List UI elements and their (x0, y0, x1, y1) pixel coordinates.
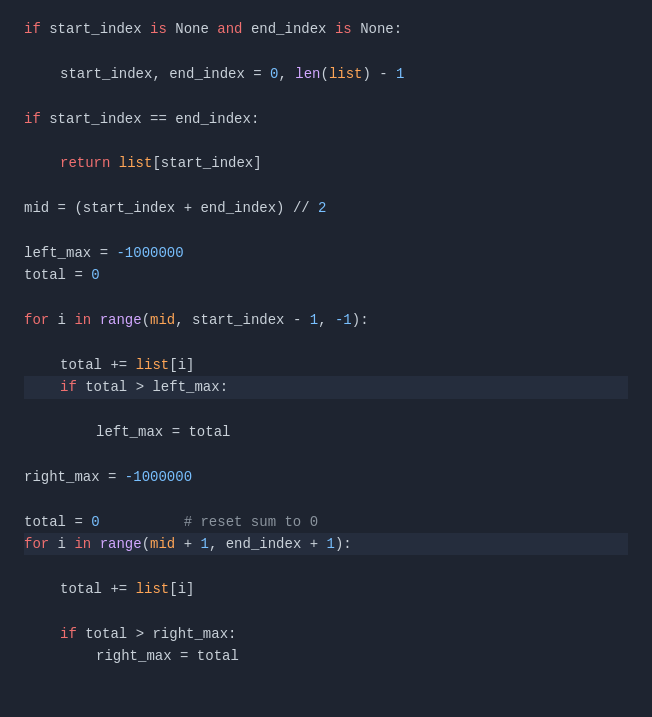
code-line-21: right_max = -1000000 (24, 466, 628, 488)
code-line-23: total = 0 # reset sum to 0 (24, 511, 628, 533)
code-line-12: total = 0 (24, 264, 628, 286)
code-line-18 (24, 399, 628, 421)
code-line-8 (24, 175, 628, 197)
code-line-19: left_max = total (24, 421, 628, 443)
code-line-1: if start_index is None and end_index is … (24, 18, 628, 40)
code-line-25 (24, 555, 628, 577)
code-line-7: return list[start_index] (24, 152, 628, 174)
code-line-20 (24, 443, 628, 465)
code-line-28: if total > right_max: (24, 623, 628, 645)
code-line-27 (24, 600, 628, 622)
code-line-4 (24, 85, 628, 107)
code-line-6 (24, 130, 628, 152)
code-line-5: if start_index == end_index: (24, 108, 628, 130)
code-line-26: total += list[i] (24, 578, 628, 600)
code-line-17: if total > left_max: (24, 376, 628, 398)
code-line-2 (24, 40, 628, 62)
code-line-15 (24, 331, 628, 353)
code-line-10 (24, 220, 628, 242)
code-line-13 (24, 287, 628, 309)
code-line-3: start_index, end_index = 0, len(list) - … (24, 63, 628, 85)
code-line-14: for i in range(mid, start_index - 1, -1)… (24, 309, 628, 331)
keyword-if: if (24, 18, 49, 40)
code-line-24: for i in range(mid + 1, end_index + 1): (24, 533, 628, 555)
code-line-22 (24, 488, 628, 510)
code-line-16: total += list[i] (24, 354, 628, 376)
code-line-9: mid = (start_index + end_index) // 2 (24, 197, 628, 219)
code-line-11: left_max = -1000000 (24, 242, 628, 264)
code-line-29: right_max = total (24, 645, 628, 667)
code-editor: if start_index is None and end_index is … (0, 0, 652, 717)
